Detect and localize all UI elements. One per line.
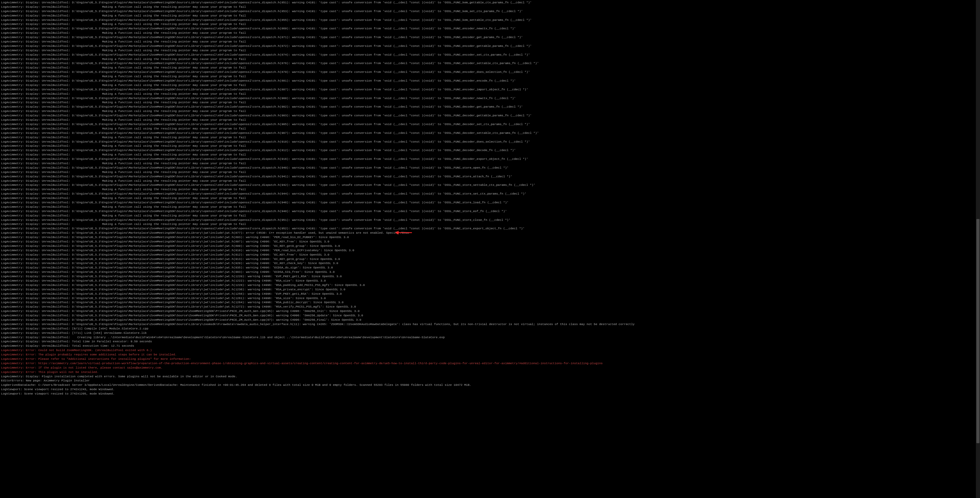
log-line: LogAximmetry: Display: UnrealBuildTool: … (1, 166, 979, 170)
log-line: LogAximmetry: Display: UnrealBuildTool: … (1, 35, 979, 40)
log-line: LogAximmetry: Display: UnrealBuildTool: … (1, 340, 979, 344)
log-error-line: LogAximmetry: Error: Could not build Zoo… (1, 348, 979, 353)
log-line: LogAximmetry: Display: UnrealBuildTool: … (1, 335, 979, 340)
log-line: LogAximmetry: Display: UnrealBuildTool: … (1, 61, 979, 65)
log-line: LogAximmetry: Display: UnrealBuildTool: … (1, 96, 979, 101)
log-line: LogAximmetry: Display: UnrealBuildTool: … (1, 322, 979, 327)
log-line: LogAximmetry: Display: UnrealBuildTool: … (1, 327, 979, 331)
log-line: LogAximmetry: Display: UnrealBuildTool: … (1, 201, 979, 205)
log-error-line: LogAximmetry: Error: https://aximmetry.c… (1, 361, 979, 366)
log-line: LogAximmetry: Display: UnrealBuildTool: … (1, 205, 979, 209)
log-line: LogAximmetry: Display: UnrealBuildTool: … (1, 14, 979, 18)
log-line: LogAximmetry: Display: UnrealBuildTool: … (1, 153, 979, 157)
log-line: LogAximmetry: Display: UnrealBuildTool: … (1, 22, 979, 27)
log-line: LogAximmetry: Display: UnrealBuildTool: … (1, 70, 979, 74)
log-line-c4530: LogAximmetry: Display: UnrealBuildTool: … (1, 231, 979, 235)
log-error-line: LogAximmetry: Error: The plugin probably… (1, 353, 979, 357)
log-line: LogAximmetry: Display: UnrealBuildTool: … (1, 44, 979, 48)
log-line: LogAximmetry: Display: UnrealBuildTool: … (1, 261, 979, 266)
log-line: LogAximmetry: Display: UnrealBuildTool: … (1, 140, 979, 144)
log-line: LogAximmetry: Display: UnrealBuildTool: … (1, 174, 979, 179)
log-line: EditorErrors: New page: Aximmetry Plugin… (1, 378, 979, 383)
log-line: LogAximmetry: Display: UnrealBuildTool: … (1, 105, 979, 109)
log-line: LogAximmetry: Display: UnrealBuildTool: … (1, 148, 979, 153)
build-log-output: LogAximmetry: Display: UnrealBuildTool: … (1, 0, 979, 396)
log-line: LogAximmetry: Display: UnrealBuildTool: … (1, 88, 979, 92)
log-line: LogAximmetry: Display: UnrealBuildTool: … (1, 0, 979, 5)
log-line: LogAximmetry: Display: UnrealBuildTool: … (1, 157, 979, 161)
log-line: LogAximmetry: Display: UnrealBuildTool: … (1, 161, 979, 166)
log-line: LogAximmetry: Display: UnrealBuildTool: … (1, 5, 979, 9)
log-line: LogAximmetry: Display: UnrealBuildTool: … (1, 127, 979, 131)
log-line: LogAximmetry: Display: UnrealBuildTool: … (1, 118, 979, 122)
log-line: LogAximmetry: Display: UnrealBuildTool: … (1, 279, 979, 283)
log-line: LogAximmetry: Display: UnrealBuildTool: … (1, 296, 979, 301)
log-line: LogAximmetry: Display: UnrealBuildTool: … (1, 183, 979, 187)
log-line: LogAximmetry: Display: UnrealBuildTool: … (1, 196, 979, 201)
log-line: LogAximmetry: Display: UnrealBuildTool: … (1, 122, 979, 127)
log-error-line: LogAximmetry: Error: Please refer to "Ad… (1, 357, 979, 361)
log-line: LogAximmetry: Display: UnrealBuildTool: … (1, 74, 979, 79)
log-line: LogAximmetry: Display: UnrealBuildTool: … (1, 235, 979, 239)
log-line: LogAximmetry: Display: UnrealBuildTool: … (1, 79, 979, 83)
scrollbar-thumb[interactable] (977, 219, 980, 397)
log-line: LogAximmetry: Display: UnrealBuildTool: … (1, 344, 979, 348)
log-line: LogAximmetry: Display: UnrealBuildTool: … (1, 179, 979, 183)
log-line: LogAximmetry: Display: UnrealBuildTool: … (1, 257, 979, 262)
log-line: LogAximmetry: Display: UnrealBuildTool: … (1, 136, 979, 140)
log-line: LogAximmetry: Display: UnrealBuildTool: … (1, 313, 979, 318)
log-line: LogDerivedDataCache: C:/Users/Broadcast … (1, 383, 979, 387)
log-line: LogAximmetry: Display: UnrealBuildTool: … (1, 40, 979, 44)
log-line: LogAximmetry: Display: UnrealBuildTool: … (1, 239, 979, 244)
vertical-scrollbar[interactable] (976, 0, 980, 397)
log-line: LogAximmetry: Display: UnrealBuildTool: … (1, 48, 979, 53)
log-line: LogAximmetry: Display: UnrealBuildTool: … (1, 309, 979, 313)
log-line: LogAximmetry: Display: Plugin installati… (1, 375, 979, 379)
log-line: LogAximmetry: Display: UnrealBuildTool: … (1, 53, 979, 57)
log-line: LogAximmetry: Display: UnrealBuildTool: … (1, 283, 979, 287)
log-line: LogAximmetry: Display: UnrealBuildTool: … (1, 222, 979, 227)
log-line: LogAximmetry: Display: UnrealBuildTool: … (1, 57, 979, 62)
log-line: LogAximmetry: Display: UnrealBuildTool: … (1, 9, 979, 14)
log-line: LogAximmetry: Display: UnrealBuildTool: … (1, 214, 979, 218)
log-line: LogAximmetry: Display: UnrealBuildTool: … (1, 227, 979, 231)
log-line: LogAximmetry: Display: UnrealBuildTool: … (1, 318, 979, 322)
log-line: LogAximmetry: Display: UnrealBuildTool: … (1, 83, 979, 88)
log-line: LogAximmetry: Display: UnrealBuildTool: … (1, 187, 979, 192)
log-line: LogAximmetry: Display: UnrealBuildTool: … (1, 248, 979, 253)
log-line: LogAximmetry: Display: UnrealBuildTool: … (1, 131, 979, 136)
log-error-line: LogAximmetry: Error: This plugin will no… (1, 370, 979, 375)
log-line: LogAximmetry: Display: UnrealBuildTool: … (1, 109, 979, 113)
log-line: LogAximmetry: Display: UnrealBuildTool: … (1, 305, 979, 309)
log-line: LogAximmetry: Display: UnrealBuildTool: … (1, 113, 979, 118)
log-error-line: LogAximmetry: Error: If the plugin is no… (1, 366, 979, 370)
log-line: LogAximmetry: Display: UnrealBuildTool: … (1, 209, 979, 214)
log-line: LogViewport: Scene viewport resized to 2… (1, 387, 979, 392)
log-line: LogAximmetry: Display: UnrealBuildTool: … (1, 275, 979, 279)
log-line: LogAximmetry: Display: UnrealBuildTool: … (1, 31, 979, 35)
log-line: LogAximmetry: Display: UnrealBuildTool: … (1, 266, 979, 270)
log-line: LogAximmetry: Display: UnrealBuildTool: … (1, 253, 979, 257)
log-line: LogAximmetry: Display: UnrealBuildTool: … (1, 192, 979, 196)
log-line: LogAximmetry: Display: UnrealBuildTool: … (1, 292, 979, 296)
log-line: LogAximmetry: Display: UnrealBuildTool: … (1, 287, 979, 292)
log-line: LogAximmetry: Display: UnrealBuildTool: … (1, 270, 979, 275)
log-line: LogAximmetry: Display: UnrealBuildTool: … (1, 170, 979, 174)
log-line: LogAximmetry: Display: UnrealBuildTool: … (1, 331, 979, 335)
log-line: LogAximmetry: Display: UnrealBuildTool: … (1, 18, 979, 22)
log-line: LogAximmetry: Display: UnrealBuildTool: … (1, 244, 979, 248)
log-line: LogAximmetry: Display: UnrealBuildTool: … (1, 218, 979, 222)
log-line: LogAximmetry: Display: UnrealBuildTool: … (1, 101, 979, 105)
log-line: LogAximmetry: Display: UnrealBuildTool: … (1, 92, 979, 96)
log-line: LogAximmetry: Display: UnrealBuildTool: … (1, 27, 979, 31)
log-line: LogAximmetry: Display: UnrealBuildTool: … (1, 300, 979, 305)
log-line: LogViewport: Scene viewport resized to 2… (1, 392, 979, 396)
log-line: LogAximmetry: Display: UnrealBuildTool: … (1, 144, 979, 148)
log-line: LogAximmetry: Display: UnrealBuildTool: … (1, 65, 979, 70)
